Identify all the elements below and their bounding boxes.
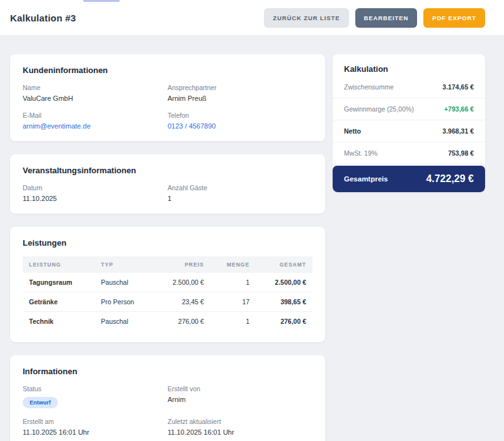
summary-label: Zwischensumme	[344, 83, 394, 91]
summary-row-margin: Gewinnmarge (25,00%) +793,66 €	[333, 98, 485, 120]
customer-fields: Name ValuCare GmbH Ansprechpartner Arnim…	[23, 84, 312, 130]
service-name: Getränke	[23, 292, 94, 312]
top-tab-indicator	[83, 0, 120, 2]
event-card-title: Veranstaltungsinformationen	[23, 166, 312, 175]
calculation-summary-card: Kalkulation Zwischensumme 3.174,65 € Gew…	[333, 54, 485, 192]
field-contact-person: Ansprechpartner Arnim Preuß	[168, 84, 312, 102]
field-value: 11.10.2025	[23, 195, 168, 202]
summary-label: MwSt. 19%	[344, 149, 377, 157]
field-label: Status	[23, 385, 168, 392]
col-header-typ: TYP	[94, 256, 154, 273]
summary-row-net: Netto 3.968,31 €	[333, 120, 485, 142]
field-name: Name ValuCare GmbH	[23, 84, 168, 102]
service-total: 2.500,00 €	[256, 273, 312, 292]
field-status: Status Entwurf	[23, 385, 168, 408]
field-value: Arnim	[168, 396, 312, 403]
meta-card-title: Informationen	[23, 367, 312, 376]
field-created-at: Erstellt am 11.10.2025 16:01 Uhr	[23, 418, 168, 436]
field-label: Erstellt am	[23, 418, 168, 425]
event-info-card: Veranstaltungsinformationen Datum 11.10.…	[10, 154, 325, 214]
back-to-list-button[interactable]: ZURÜCK ZUR LISTE	[264, 8, 348, 28]
field-value: 11.10.2025 16:01 Uhr	[23, 428, 168, 436]
field-label: Name	[23, 84, 168, 91]
field-label: Erstellt von	[168, 385, 312, 392]
event-fields: Datum 11.10.2025 Anzahl Gäste 1	[23, 184, 312, 202]
page-title: Kalkulation #3	[10, 13, 76, 23]
field-label: Datum	[23, 184, 168, 192]
service-qty: 1	[210, 312, 256, 331]
field-phone: Telefon 0123 / 4567890	[168, 112, 312, 130]
service-type: Pauschal	[94, 273, 154, 292]
field-label: Ansprechpartner	[168, 84, 312, 91]
field-label: E-Mail	[23, 112, 168, 119]
topbar-actions: ZURÜCK ZUR LISTE BEARBEITEN PDF EXPORT	[264, 8, 485, 28]
summary-value: 3.174,65 €	[442, 83, 474, 91]
field-value: 1	[168, 195, 312, 202]
summary-value: 3.968,31 €	[442, 127, 474, 135]
total-value: 4.722,29 €	[426, 173, 474, 185]
summary-label: Netto	[344, 127, 361, 135]
main-content: Kundeninformationen Name ValuCare GmbH A…	[0, 36, 504, 441]
services-card-title: Leistungen	[23, 238, 312, 248]
service-qty: 17	[210, 292, 256, 312]
field-value: 11.10.2025 16:01 Uhr	[168, 428, 312, 436]
col-header-menge: MENGE	[210, 256, 256, 273]
topbar: Kalkulation #3 ZURÜCK ZUR LISTE BEARBEIT…	[0, 0, 504, 36]
summary-label: Gewinnmarge (25,00%)	[344, 105, 414, 113]
col-header-gesamt: GESAMT	[256, 256, 312, 273]
summary-row-vat: MwSt. 19% 753,98 €	[333, 142, 485, 164]
col-header-leistung: LEISTUNG	[23, 256, 94, 273]
summary-row-subtotal: Zwischensumme 3.174,65 €	[333, 76, 485, 98]
service-type: Pauschal	[94, 312, 154, 331]
meta-info-card: Informationen Status Entwurf Erstellt vo…	[10, 355, 325, 441]
left-column: Kundeninformationen Name ValuCare GmbH A…	[10, 54, 325, 441]
table-row: Technik Pauschal 276,00 € 1 276,00 €	[23, 312, 312, 331]
field-value: Arnim Preuß	[168, 94, 312, 102]
service-price: 276,00 €	[154, 312, 210, 331]
phone-link[interactable]: 0123 / 4567890	[168, 122, 312, 130]
service-name: Technik	[23, 312, 94, 331]
service-total: 276,00 €	[256, 312, 312, 331]
field-label: Zuletzt aktualisiert	[168, 418, 312, 425]
field-value: ValuCare GmbH	[23, 94, 168, 102]
email-link[interactable]: arnim@eventimate.de	[23, 122, 168, 130]
summary-value: +793,66 €	[444, 105, 474, 113]
service-name: Tagungsraum	[23, 273, 94, 292]
table-row: Getränke Pro Person 23,45 € 17 398,65 €	[23, 292, 312, 312]
service-total: 398,65 €	[256, 292, 312, 312]
summary-card-title: Kalkulation	[333, 54, 485, 74]
field-guest-count: Anzahl Gäste 1	[168, 184, 312, 202]
col-header-preis: PREIS	[154, 256, 210, 273]
services-header-row: LEISTUNG TYP PREIS MENGE GESAMT	[23, 256, 312, 273]
service-qty: 1	[210, 273, 256, 292]
summary-value: 753,98 €	[448, 149, 474, 157]
service-price: 23,45 €	[154, 292, 210, 312]
meta-fields: Status Entwurf Erstellt von Arnim Erstel…	[23, 385, 312, 436]
total-label: Gesamtpreis	[344, 175, 388, 183]
customer-card-title: Kundeninformationen	[23, 66, 312, 75]
right-column: Kalkulation Zwischensumme 3.174,65 € Gew…	[333, 54, 485, 192]
field-updated-at: Zuletzt aktualisiert 11.10.2025 16:01 Uh…	[168, 418, 312, 436]
pdf-export-button[interactable]: PDF EXPORT	[423, 8, 485, 28]
field-label: Telefon	[168, 112, 312, 119]
edit-button[interactable]: BEARBEITEN	[355, 8, 418, 28]
field-date: Datum 11.10.2025	[23, 184, 168, 202]
service-price: 2.500,00 €	[154, 273, 210, 292]
table-row: Tagungsraum Pauschal 2.500,00 € 1 2.500,…	[23, 273, 312, 292]
services-table: LEISTUNG TYP PREIS MENGE GESAMT Tagungsr…	[23, 256, 312, 331]
services-card: Leistungen LEISTUNG TYP PREIS MENGE GESA…	[10, 227, 325, 342]
total-price-bar: Gesamtpreis 4.722,29 €	[333, 166, 485, 192]
field-label: Anzahl Gäste	[168, 184, 312, 192]
service-type: Pro Person	[94, 292, 154, 312]
status-badge: Entwurf	[23, 397, 58, 408]
field-email: E-Mail arnim@eventimate.de	[23, 112, 168, 130]
customer-info-card: Kundeninformationen Name ValuCare GmbH A…	[10, 54, 325, 141]
field-created-by: Erstellt von Arnim	[168, 385, 312, 408]
